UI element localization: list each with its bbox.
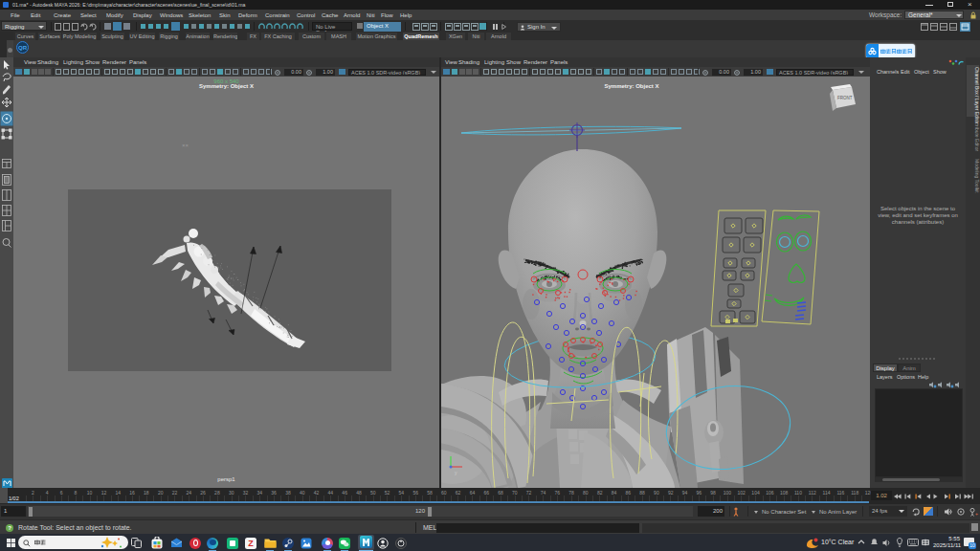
svg-text:+: + <box>975 511 978 517</box>
svg-text:Modeling Toolkit: Modeling Toolkit <box>974 159 980 193</box>
svg-text:Channel Box / Layer Editor: Channel Box / Layer Editor <box>974 67 980 124</box>
svg-text:FRONT: FRONT <box>837 96 853 100</box>
svg-text:Attribute Editor: Attribute Editor <box>974 120 980 151</box>
